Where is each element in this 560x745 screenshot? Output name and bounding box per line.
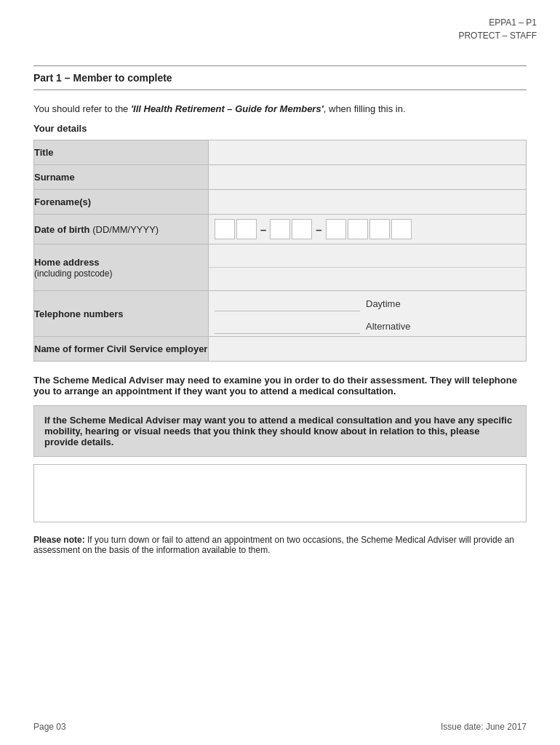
details-form-table: Title Surname Forename(s) [33,140,527,362]
please-note-text: If you turn down or fail to attend an ap… [33,535,514,555]
surname-input-cell [209,165,527,190]
dob-sep-1: – [258,223,268,236]
alternative-label: Alternative [366,321,410,332]
daytime-row: Daytime [209,291,526,314]
issue-date: Issue date: June 2017 [441,722,527,732]
intro-paragraph: You should refer to the 'Ill Health Reti… [33,103,527,114]
daytime-label: Daytime [366,298,401,309]
intro-before: You should refer to the [33,103,131,114]
table-row: Name of former Civil Service employer [34,337,527,362]
alternative-row: Alternative [209,314,526,336]
employer-input[interactable] [209,337,526,361]
doc-ref-line2: PROTECT – STAFF [458,29,537,42]
intro-italic: 'Ill Health Retirement – Guide for Membe… [131,103,324,114]
address-input-cell [209,244,527,291]
dob-month-2 [292,219,312,239]
dob-sep-2: – [313,223,324,236]
your-details-label: Your details [33,123,527,134]
table-row: Surname [34,165,527,190]
dob-cell: – – [209,215,527,244]
telephone-label: Telephone numbers [34,291,209,337]
table-row: Title [34,140,527,165]
page: EPPA1 – P1 PROTECT – STAFF Part 1 – Memb… [0,0,560,745]
table-row: Forename(s) [34,190,527,215]
notice-paragraph: The Scheme Medical Adviser may need to e… [33,375,527,397]
please-note-bold: Please note: [33,535,85,545]
doc-ref-line1: EPPA1 – P1 [458,16,537,29]
document-header: EPPA1 – P1 PROTECT – STAFF [458,16,537,42]
intro-after: , when filling this in. [324,103,406,114]
forename-label: Forename(s) [34,190,209,215]
free-text-area[interactable] [33,464,527,522]
alternative-phone-input[interactable] [215,318,360,334]
dob-fields: – – [209,215,526,244]
address-line1-input[interactable] [209,244,526,268]
telephone-input-cell: Daytime Alternative [209,291,527,337]
info-box: If the Scheme Medical Adviser may want y… [33,405,527,457]
surname-label: Surname [34,165,209,190]
dob-label: Date of birth (DD/MM/YYYY) [34,215,209,244]
surname-input[interactable] [209,165,526,189]
table-row: Telephone numbers Daytime Alternative [34,291,527,337]
dob-month-1 [270,219,290,239]
daytime-phone-input[interactable] [215,295,360,311]
main-content: Part 1 – Member to complete You should r… [0,0,560,597]
section-header: Part 1 – Member to complete [33,65,527,90]
telephone-fields: Daytime Alternative [209,291,526,336]
dob-year-1 [326,219,346,239]
address-label: Home address (including postcode) [34,244,209,291]
dob-day-2 [236,219,257,239]
forename-input-cell [209,190,527,215]
address-fields [209,244,526,290]
title-input[interactable] [209,140,526,164]
address-line2-input[interactable] [209,268,526,290]
dob-year-4 [391,219,412,239]
employer-label: Name of former Civil Service employer [34,337,209,362]
section-title: Part 1 – Member to complete [33,72,172,84]
dob-year-2 [348,219,368,239]
page-number: Page 03 [33,722,66,732]
title-input-cell [209,140,527,165]
forename-input[interactable] [209,190,526,214]
please-note: Please note: If you turn down or fail to… [33,535,527,555]
table-row: Home address (including postcode) [34,244,527,291]
title-label: Title [34,140,209,165]
table-row: Date of birth (DD/MM/YYYY) – – [34,215,527,244]
employer-input-cell [209,337,527,362]
dob-year-3 [369,219,390,239]
dob-day-1 [215,219,235,239]
page-footer: Page 03 Issue date: June 2017 [33,722,527,732]
